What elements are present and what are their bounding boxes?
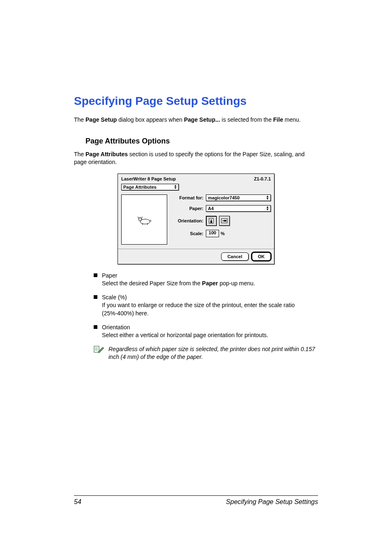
- tab-select-label: Page Attributes: [123, 185, 157, 190]
- section-heading: Page Attributes Options: [85, 137, 318, 146]
- page-footer: 54 Specifying Page Setup Settings: [74, 495, 318, 506]
- ok-button[interactable]: OK: [252, 252, 271, 261]
- paper-select[interactable]: A4 ▲▼: [206, 205, 271, 212]
- options-list: Paper Select the desired Paper Size from…: [94, 272, 318, 340]
- svg-point-5: [141, 218, 141, 219]
- list-item-title: Orientation: [102, 324, 130, 331]
- portrait-icon: [209, 218, 214, 224]
- list-item-title: Paper: [102, 272, 117, 279]
- svg-point-7: [211, 219, 212, 220]
- intro-text: The Page Setup dialog box appears when P…: [74, 116, 318, 124]
- list-item-title: Scale (%): [102, 294, 127, 301]
- scale-input[interactable]: 100: [206, 230, 219, 237]
- svg-point-10: [223, 220, 224, 221]
- format-for-label: Format for:: [171, 195, 206, 200]
- chevron-updown-icon: ▲▼: [174, 185, 177, 190]
- list-item-text: If you want to enlarge or reduce the siz…: [102, 302, 295, 317]
- dialog-title: LaserWriter 8 Page Setup: [121, 176, 176, 181]
- orientation-portrait-button[interactable]: [206, 216, 217, 226]
- paper-label: Paper:: [171, 206, 206, 211]
- note-icon: [94, 345, 104, 354]
- format-for-select[interactable]: magicolor7450 ▲▼: [206, 194, 271, 201]
- svg-rect-8: [210, 221, 212, 223]
- orientation-label: Orientation:: [171, 218, 206, 223]
- svg-point-1: [138, 217, 142, 221]
- list-item: Paper Select the desired Paper Size from…: [94, 272, 318, 288]
- chevron-updown-icon: ▲▼: [266, 206, 269, 211]
- scale-label: Scale:: [171, 231, 206, 236]
- orientation-landscape-button[interactable]: [219, 216, 230, 226]
- page-preview: [121, 194, 167, 245]
- tab-select[interactable]: Page Attributes ▲▼: [121, 184, 179, 190]
- section-desc: The Page Attributes section is used to s…: [74, 150, 318, 166]
- page-number: 54: [74, 498, 81, 506]
- dialog-version: Z1-0.7.1: [254, 176, 271, 181]
- svg-rect-11: [224, 220, 226, 222]
- cancel-button[interactable]: Cancel: [221, 252, 248, 261]
- page-setup-dialog: LaserWriter 8 Page Setup Z1-0.7.1 Page A…: [118, 173, 274, 264]
- page-title: Specifying Page Setup Settings: [74, 95, 318, 108]
- paper-value: A4: [208, 206, 214, 211]
- footer-title: Specifying Page Setup Settings: [226, 498, 318, 506]
- list-item: Scale (%) If you want to enlarge or redu…: [94, 294, 318, 318]
- svg-point-4: [139, 218, 140, 219]
- list-item-text: Select either a vertical or horizontal p…: [102, 332, 268, 338]
- chevron-updown-icon: ▲▼: [266, 195, 269, 200]
- list-item: Orientation Select either a vertical or …: [94, 324, 318, 340]
- scale-unit: %: [221, 231, 225, 236]
- format-for-value: magicolor7450: [208, 195, 240, 200]
- dog-icon: [136, 213, 152, 226]
- note-text: Regardless of which paper size is select…: [108, 345, 318, 361]
- landscape-icon: [221, 218, 228, 223]
